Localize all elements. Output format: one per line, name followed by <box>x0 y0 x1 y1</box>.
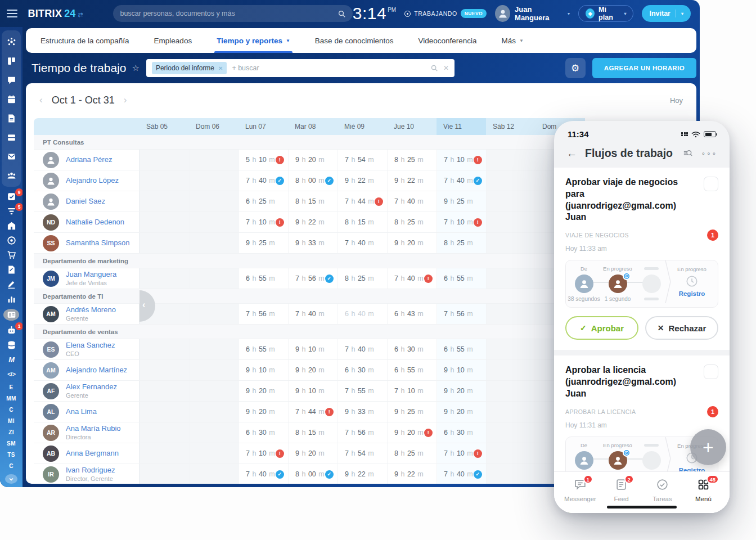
sidebar-shortcut-c[interactable]: C <box>9 463 14 470</box>
day-cell[interactable]: 9 h 22 m <box>338 464 387 484</box>
day-cell[interactable] <box>140 233 189 253</box>
time-approved-icon[interactable]: ✓ <box>474 470 482 479</box>
day-cell[interactable] <box>486 150 536 170</box>
employee-name[interactable]: Daniel Saez <box>66 197 105 206</box>
time-alert-icon[interactable]: ! <box>424 429 433 437</box>
day-cell[interactable] <box>140 170 189 191</box>
phone-tab-feed[interactable]: Feed2 <box>604 478 639 502</box>
day-cell[interactable]: 9 h 10 m <box>288 381 338 401</box>
day-cell[interactable] <box>189 170 238 191</box>
employee-name[interactable]: Samantha Simpson <box>66 239 129 248</box>
floating-add-button[interactable]: + <box>690 429 726 465</box>
filter-search-bar[interactable]: Periodo del informe ✕ + buscar ✕ <box>146 59 454 77</box>
day-cell[interactable]: 7 h 54 m <box>338 150 387 170</box>
work-status[interactable]: TRABAJANDO NUEVO <box>404 9 487 18</box>
sidebar-documents-icon[interactable] <box>3 110 19 126</box>
day-cell[interactable] <box>486 191 536 212</box>
day-cell[interactable]: 7 h 10 m! <box>436 212 486 232</box>
sidebar-shortcut-mi[interactable]: MI <box>8 418 15 425</box>
day-cell[interactable]: 7 h 54 m <box>338 443 387 464</box>
day-cell[interactable] <box>189 443 238 464</box>
employee-cell[interactable]: Daniel Saez <box>34 191 140 212</box>
sidebar-market-icon[interactable]: M <box>3 354 19 364</box>
day-cell[interactable]: 8 h 25 m <box>387 212 436 232</box>
day-cell[interactable]: 7 h 10 m! <box>238 212 288 232</box>
sidebar-calendar-icon[interactable] <box>3 91 19 107</box>
day-cell[interactable] <box>189 360 238 380</box>
employee-cell[interactable]: Adriana Pérez <box>34 150 140 170</box>
sidebar-shortcut-zi[interactable]: ZI <box>8 429 14 436</box>
time-alert-icon[interactable]: ! <box>424 274 433 283</box>
day-cell[interactable] <box>486 443 536 464</box>
day-cell[interactable]: 8 h 25 m <box>338 268 387 289</box>
employee-cell[interactable]: AMAndrés MorenoGerente <box>34 304 140 324</box>
day-cell[interactable]: 9 h 22 m <box>387 464 436 484</box>
time-alert-icon[interactable]: ! <box>276 218 284 227</box>
employee-name[interactable]: Adriana Pérez <box>66 156 112 164</box>
select-checkbox[interactable] <box>704 364 718 379</box>
day-cell[interactable] <box>140 443 189 464</box>
sidebar-shortcut-e[interactable]: E <box>9 384 13 391</box>
my-plan-button[interactable]: ◆ Mi plan ▾ <box>578 5 633 22</box>
employee-cell[interactable]: IRIvan RodriguezDirector, Gerente <box>34 464 140 484</box>
day-cell[interactable] <box>486 170 536 191</box>
day-cell[interactable]: 7 h 40 m✓ <box>436 170 486 191</box>
sidebar-analytics-icon[interactable] <box>3 294 19 304</box>
employee-name[interactable]: Ivan Rodriguez <box>66 466 115 475</box>
sidebar-esign-icon[interactable] <box>3 280 19 290</box>
day-cell[interactable]: 8 h 25 m <box>436 233 486 253</box>
phone-tab-messenger[interactable]: Messenger1 <box>563 478 598 502</box>
day-cell[interactable]: 7 h 56 m <box>238 304 288 324</box>
day-cell[interactable]: 7 h 40 m <box>387 191 436 212</box>
workflow-title[interactable]: Aprobar viaje de negocios para (juanrodr… <box>565 177 697 223</box>
day-cell[interactable] <box>189 212 238 232</box>
day-cell[interactable] <box>486 212 536 232</box>
next-period-icon[interactable]: › <box>124 94 127 106</box>
day-cell[interactable] <box>140 212 189 232</box>
day-cell[interactable]: 6 h 55 m <box>436 268 486 289</box>
sidebar-kanban-icon[interactable] <box>3 53 19 69</box>
tab-2[interactable]: Tiempo y reportes▼ <box>217 28 290 53</box>
day-cell[interactable]: 7 h 10 m <box>387 381 436 401</box>
time-alert-icon[interactable]: ! <box>474 218 482 227</box>
day-cell[interactable] <box>486 268 536 289</box>
day-cell[interactable]: 6 h 55 m <box>387 360 436 380</box>
employee-cell[interactable]: JMJuan MangueraJefe de Ventas <box>34 268 140 289</box>
sidebar-mail-icon[interactable] <box>3 148 19 164</box>
time-approved-icon[interactable]: ✓ <box>276 470 284 479</box>
day-cell[interactable]: 9 h 20 m <box>288 443 338 464</box>
day-cell[interactable] <box>140 464 189 484</box>
day-cell[interactable]: 9 h 25 m <box>436 191 486 212</box>
sidebar-shortcut-c[interactable]: C <box>9 407 14 413</box>
day-cell[interactable]: 8 h 15 m <box>288 422 338 443</box>
time-alert-icon[interactable]: ! <box>474 449 482 458</box>
day-cell[interactable] <box>140 422 189 443</box>
day-cell[interactable]: 7 h 55 m <box>338 381 387 401</box>
sidebar-sign-icon[interactable] <box>3 265 19 275</box>
day-cell[interactable]: 9 h 33 m <box>338 402 387 422</box>
day-cell[interactable]: 9 h 20 m <box>288 150 338 170</box>
day-cell[interactable]: 9 h 10 m <box>436 360 486 380</box>
day-cell[interactable] <box>486 360 536 380</box>
invite-button[interactable]: Invitar ▾ <box>642 5 691 22</box>
day-cell[interactable] <box>140 268 189 289</box>
search-icon[interactable] <box>430 64 438 72</box>
day-cell[interactable]: 8 h 15 m <box>288 191 338 212</box>
day-cell[interactable]: 6 h 30 m <box>238 422 288 443</box>
employee-name[interactable]: Andrés Moreno <box>66 306 116 314</box>
time-alert-icon[interactable]: ! <box>375 197 383 206</box>
chip-remove-icon[interactable]: ✕ <box>218 65 223 71</box>
time-alert-icon[interactable]: ! <box>276 449 284 458</box>
employee-cell[interactable]: ARAna María RubioDirectora <box>34 422 140 443</box>
sidebar-shop-icon[interactable] <box>3 250 19 260</box>
employee-cell[interactable]: AMAlejandro Martínez <box>34 360 140 380</box>
sidebar-shortcut-ts[interactable]: TS <box>7 452 15 458</box>
day-cell[interactable]: 9 h 10 m <box>288 339 338 359</box>
sidebar-marketing-icon[interactable] <box>3 235 19 245</box>
reject-button[interactable]: ✕Rechazar <box>645 316 718 340</box>
day-cell[interactable]: 7 h 10 m! <box>436 443 486 464</box>
back-arrow-icon[interactable]: ← <box>566 148 577 159</box>
day-cell[interactable]: 9 h 20 m <box>288 360 338 380</box>
time-approved-icon[interactable]: ✓ <box>474 177 482 185</box>
add-schedule-button[interactable]: AGREGAR UN HORARIO <box>592 58 696 78</box>
